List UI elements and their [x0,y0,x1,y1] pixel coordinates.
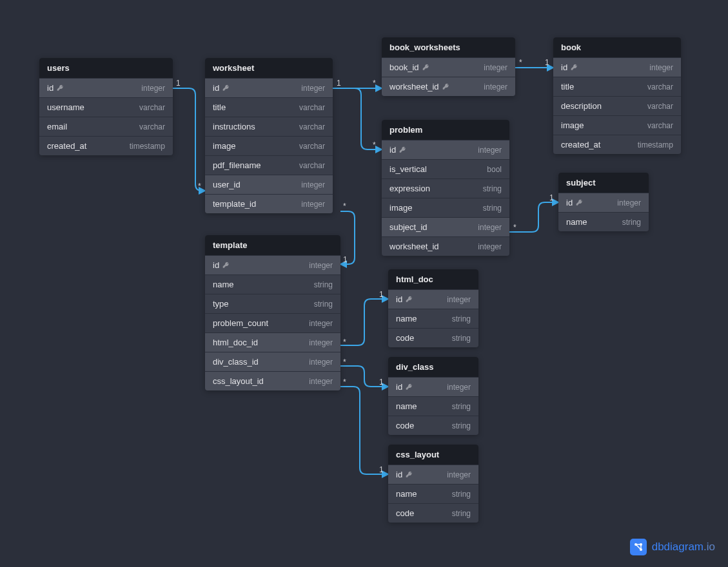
column-name: worksheet_id [389,82,449,91]
column-row[interactable]: id integer [205,78,333,97]
column-row[interactable]: problem_countinteger [205,313,340,332]
table-html_doc[interactable]: html_docid integernamestringcodestring [388,269,478,347]
column-row[interactable]: emailvarchar [39,117,173,136]
column-row[interactable]: namestring [558,212,649,231]
column-row[interactable]: id integer [553,57,681,77]
table-header[interactable]: subject [558,173,649,193]
column-row[interactable]: id integer [388,465,478,484]
table-header[interactable]: template [205,235,340,255]
column-row[interactable]: namestring [388,484,478,503]
column-type: varchar [647,121,673,130]
card-label: * [343,378,346,387]
column-type: varchar [139,103,165,112]
column-row[interactable]: imagevarchar [205,136,333,155]
column-row[interactable]: codestring [388,328,478,347]
table-header[interactable]: css_layout [388,445,478,465]
table-problem[interactable]: problemid integeris_verticalboolexpressi… [382,120,509,256]
column-row[interactable]: imagestring [382,198,509,217]
table-css_layout[interactable]: css_layoutid integernamestringcodestring [388,445,478,523]
table-header[interactable]: html_doc [388,269,478,289]
column-name: user_id [213,180,241,189]
column-row[interactable]: namestring [388,309,478,328]
column-row[interactable]: codestring [388,416,478,435]
table-div_class[interactable]: div_classid integernamestringcodestring [388,357,478,435]
column-row[interactable]: expressionstring [382,178,509,198]
column-name: id [396,294,413,304]
column-type: integer [447,295,471,304]
table-users[interactable]: usersid integerusernamevarcharemailvarch… [39,58,173,155]
column-row[interactable]: user_idinteger [205,175,333,194]
table-book_worksheets[interactable]: book_worksheetsbook_id integerworksheet_… [382,37,515,96]
card-label: 1 [337,79,341,88]
column-row[interactable]: id integer [388,377,478,396]
column-row[interactable]: imagevarchar [553,115,681,135]
table-book[interactable]: bookid integertitlevarchardescriptionvar… [553,37,681,154]
column-row[interactable]: is_verticalbool [382,159,509,178]
table-header[interactable]: book [553,37,681,57]
card-label: 1 [379,465,384,474]
column-row[interactable]: div_class_idinteger [205,352,340,371]
column-type: integer [309,377,333,386]
column-name: subject_id [389,222,428,232]
table-header[interactable]: div_class [388,357,478,377]
column-row[interactable]: css_layout_idinteger [205,371,340,390]
column-name: created_at [47,141,86,151]
column-row[interactable]: subject_idinteger [382,217,509,236]
column-row[interactable]: titlevarchar [553,77,681,96]
column-name: is_vertical [389,164,427,174]
column-name: code [396,421,414,430]
column-name: css_layout_id [213,376,264,386]
table-header[interactable]: problem [382,120,509,140]
column-name: pdf_filename [213,160,261,170]
column-name: instructions [213,122,255,131]
column-row[interactable]: instructionsvarchar [205,117,333,136]
column-name: expression [389,184,430,193]
table-worksheet[interactable]: worksheetid integertitlevarcharinstructi… [205,58,333,213]
column-row[interactable]: book_id integer [382,57,515,77]
column-name: type [213,299,229,309]
column-row[interactable]: typestring [205,294,340,313]
column-type: string [483,204,502,213]
column-row[interactable]: descriptionvarchar [553,96,681,115]
column-row[interactable]: created_attimestamp [553,135,681,154]
column-row[interactable]: id integer [558,193,649,212]
column-name: name [396,314,417,323]
table-template[interactable]: templateid integernamestringtypestringpr… [205,235,340,390]
column-row[interactable]: pdf_filenamevarchar [205,155,333,175]
column-row[interactable]: id integer [388,289,478,309]
column-row[interactable]: id integer [382,140,509,159]
column-name: code [396,333,414,343]
column-name: created_at [561,140,600,149]
column-row[interactable]: template_idinteger [205,194,333,213]
column-type: string [483,184,502,193]
column-type: string [452,314,471,323]
column-row[interactable]: worksheet_id integer [382,77,515,96]
column-type: integer [309,358,333,367]
column-type: integer [309,261,333,270]
column-row[interactable]: namestring [388,396,478,416]
column-row[interactable]: html_doc_idinteger [205,332,340,352]
column-row[interactable]: namestring [205,274,340,294]
column-type: string [452,421,471,430]
key-icon [406,471,413,478]
logo-text: dbdiagram.io [652,541,715,553]
table-header[interactable]: book_worksheets [382,37,515,57]
column-row[interactable]: id integer [39,78,173,97]
column-row[interactable]: usernamevarchar [39,97,173,117]
column-row[interactable]: titlevarchar [205,97,333,117]
column-row[interactable]: codestring [388,503,478,523]
column-type: string [452,334,471,343]
column-type: string [452,402,471,411]
key-icon [57,84,64,91]
column-type: varchar [299,161,325,170]
column-row[interactable]: worksheet_idinteger [382,236,509,256]
key-icon [571,64,578,71]
table-header[interactable]: worksheet [205,58,333,78]
column-row[interactable]: created_attimestamp [39,136,173,155]
table-header[interactable]: users [39,58,173,78]
column-name: name [213,280,234,289]
column-name: div_class_id [213,357,259,367]
column-row[interactable]: id integer [205,255,340,274]
column-name: id [396,382,413,392]
table-subject[interactable]: subjectid integernamestring [558,173,649,231]
